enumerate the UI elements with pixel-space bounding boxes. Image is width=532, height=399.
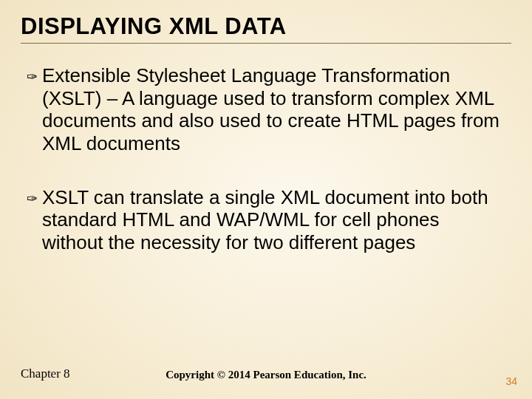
title-divider xyxy=(21,43,511,44)
bullet-list: ✑ Extensible Stylesheet Language Transfo… xyxy=(21,64,511,254)
bullet-icon: ✑ xyxy=(27,67,38,86)
footer-copyright: Copyright © 2014 Pearson Education, Inc. xyxy=(0,369,532,381)
slide-title: DISPLAYING XML DATA xyxy=(21,13,511,40)
list-item: ✑ XSLT can translate a single XML docume… xyxy=(27,186,505,254)
bullet-icon: ✑ xyxy=(27,189,38,208)
page-number: 34 xyxy=(505,375,517,387)
bullet-text: XSLT can translate a single XML document… xyxy=(42,186,505,254)
list-item: ✑ Extensible Stylesheet Language Transfo… xyxy=(27,64,505,155)
bullet-text: Extensible Stylesheet Language Transform… xyxy=(42,64,505,155)
